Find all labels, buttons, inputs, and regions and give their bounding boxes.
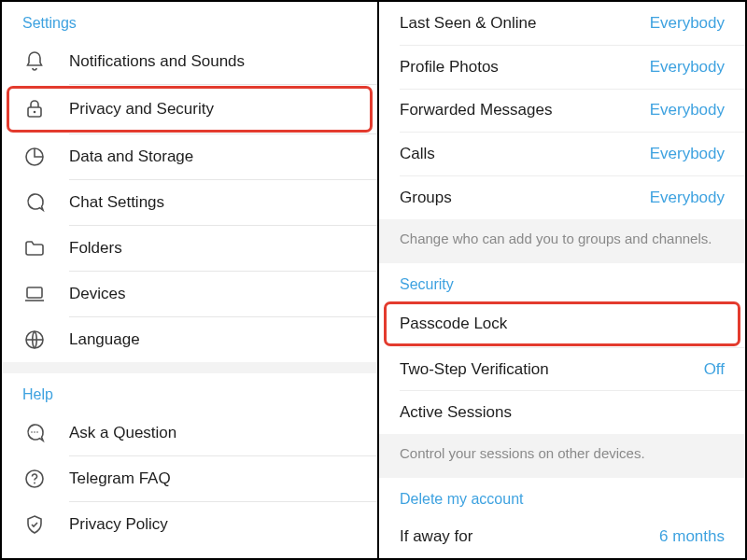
row-value: Everybody xyxy=(650,101,725,119)
sidebar-item-privacy-security[interactable]: Privacy and Security xyxy=(7,87,372,132)
sidebar-item-devices[interactable]: Devices xyxy=(2,272,377,316)
sidebar-item-chat-settings[interactable]: Chat Settings xyxy=(2,180,377,225)
sidebar-item-label: Notifications and Sounds xyxy=(69,52,357,71)
sidebar-item-label: Chat Settings xyxy=(69,193,357,212)
sidebar-item-label: Data and Storage xyxy=(69,147,357,166)
sidebar-item-label: Devices xyxy=(69,285,357,303)
shield-check-icon xyxy=(22,512,47,537)
privacy-item-groups[interactable]: Groups Everybody xyxy=(379,176,745,219)
laptop-icon xyxy=(22,282,47,306)
row-value: Everybody xyxy=(650,14,725,33)
folder-icon xyxy=(22,236,47,260)
row-value: Everybody xyxy=(650,58,725,77)
row-label: Profile Photos xyxy=(400,58,650,77)
security-item-active-sessions[interactable]: Active Sessions xyxy=(379,391,745,434)
question-circle-icon xyxy=(22,467,47,491)
sidebar-item-ask-question[interactable]: Ask a Question xyxy=(2,411,377,455)
security-footer-note: Control your sessions on other devices. xyxy=(379,434,745,478)
privacy-item-last-seen[interactable]: Last Seen & Online Everybody xyxy=(379,2,745,45)
section-gap xyxy=(2,362,377,373)
svg-point-7 xyxy=(36,431,38,433)
sidebar-item-label: Privacy Policy xyxy=(69,515,357,534)
row-label: Last Seen & Online xyxy=(400,14,650,33)
svg-point-5 xyxy=(31,431,33,433)
privacy-item-calls[interactable]: Calls Everybody xyxy=(379,133,745,175)
row-label: Passcode Lock xyxy=(400,315,719,333)
delete-account-header: Delete my account xyxy=(379,478,745,515)
svg-rect-3 xyxy=(27,287,42,298)
sidebar-item-folders[interactable]: Folders xyxy=(2,226,377,271)
svg-point-6 xyxy=(34,431,35,433)
delete-item-if-away[interactable]: If away for 6 months xyxy=(379,515,745,558)
sidebar-item-label: Ask a Question xyxy=(69,424,357,442)
sidebar-item-label: Privacy and Security xyxy=(69,100,351,119)
sidebar-item-language[interactable]: Language xyxy=(2,317,377,362)
sidebar-item-label: Folders xyxy=(69,239,357,258)
sidebar-item-faq[interactable]: Telegram FAQ xyxy=(2,456,377,501)
sidebar-item-label: Telegram FAQ xyxy=(69,469,357,488)
settings-header: Settings xyxy=(2,2,377,39)
security-item-two-step[interactable]: Two-Step Verification Off xyxy=(379,348,745,391)
row-value: Everybody xyxy=(650,145,725,163)
lock-icon xyxy=(22,97,47,121)
privacy-item-profile-photos[interactable]: Profile Photos Everybody xyxy=(379,46,745,89)
privacy-footer-note: Change who can add you to groups and cha… xyxy=(379,219,745,263)
help-header: Help xyxy=(2,373,377,411)
bell-icon xyxy=(22,49,47,74)
row-label: Groups xyxy=(400,189,650,207)
row-value: Everybody xyxy=(650,189,725,207)
svg-point-9 xyxy=(34,483,35,484)
sidebar-item-privacy-policy[interactable]: Privacy Policy xyxy=(2,502,377,547)
sidebar-item-notifications[interactable]: Notifications and Sounds xyxy=(2,39,377,84)
sidebar-item-data-storage[interactable]: Data and Storage xyxy=(2,134,377,179)
row-label: If away for xyxy=(400,527,659,546)
pie-chart-icon xyxy=(22,145,47,169)
divider xyxy=(69,84,377,85)
security-header: Security xyxy=(379,263,745,301)
chat-question-icon xyxy=(22,421,47,445)
row-label: Two-Step Verification xyxy=(400,360,704,379)
security-item-passcode-lock[interactable]: Passcode Lock xyxy=(385,302,740,345)
globe-icon xyxy=(22,328,47,352)
settings-sidebar: Settings Notifications and Sounds Privac… xyxy=(2,2,379,558)
row-value: 6 months xyxy=(659,527,725,546)
privacy-item-forwarded[interactable]: Forwarded Messages Everybody xyxy=(379,90,745,133)
chat-bubble-icon xyxy=(22,190,47,215)
row-label: Forwarded Messages xyxy=(400,101,650,119)
row-label: Calls xyxy=(400,145,650,163)
row-value: Off xyxy=(704,360,725,379)
row-label: Active Sessions xyxy=(400,403,725,422)
svg-point-1 xyxy=(34,111,36,114)
sidebar-item-label: Language xyxy=(69,330,357,349)
privacy-security-panel: Last Seen & Online Everybody Profile Pho… xyxy=(379,2,745,558)
